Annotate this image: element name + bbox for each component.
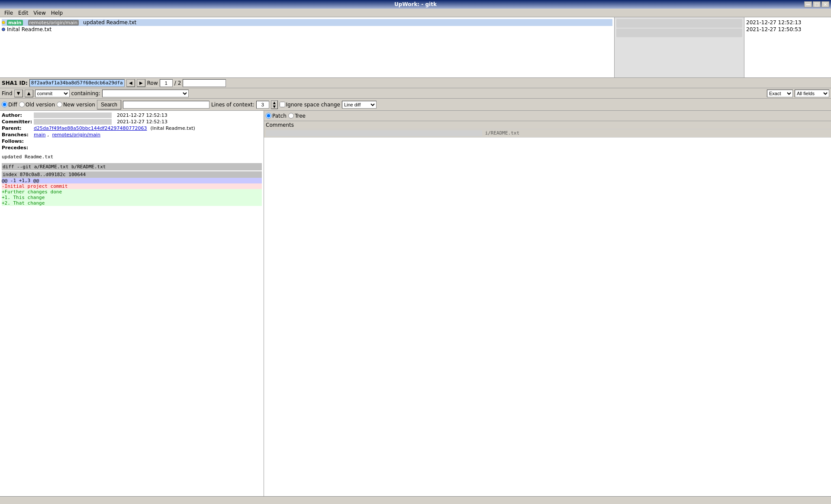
find-type-select[interactable]: commit [35,90,70,97]
commit-author-area [615,17,744,77]
menu-help[interactable]: Help [48,10,65,16]
commit-list[interactable]: main remotes/origin/main updated Readme.… [0,17,615,77]
diff-added-line-3: +2. That change [2,200,262,206]
branches-label: Branches: [2,132,32,138]
ignore-space-checkbox[interactable] [280,102,285,107]
commit-dot-1 [2,21,5,24]
diff-added-line-1: +Further changes done [2,189,262,195]
old-version-label: Old version [26,102,55,108]
ignore-space-label[interactable]: Ignore space change [280,102,340,108]
diff-radio[interactable] [2,102,7,107]
author-value-blurred [34,112,112,118]
committer-label: Committer: [2,119,32,125]
commit-message-1: updated Readme.txt [83,19,136,26]
right-content[interactable] [264,138,831,496]
commit-row-2[interactable]: Inital Readme.txt [2,26,612,33]
lines-input[interactable] [256,101,269,109]
menu-view[interactable]: View [31,10,48,16]
diff-type-select[interactable]: Line diff [342,101,377,109]
find-label: Find [2,90,13,96]
tree-tab-label[interactable]: Tree [288,113,306,119]
sha-row: SHA1 ID: ◀ ▶ Row / 2 [0,78,831,88]
commit-dot-2 [2,28,5,31]
find-down-button[interactable]: ▼ [14,90,23,97]
author-row: Author: 2021-12-27 12:52:13 [2,112,262,118]
title-bar: UpWork: - gitk — □ ✕ [0,0,831,9]
comments-section: Comments [264,121,831,129]
file-path-suffix: i/README.txt [485,130,519,136]
diff-label: Diff [8,102,17,108]
find-text-select[interactable] [102,90,189,97]
lines-up-button[interactable]: ▲ [271,101,277,105]
branches-row: Branches: main, remotes/origin/main [2,132,262,138]
branch-main-link[interactable]: main [34,132,45,138]
right-tabs: Patch Tree [264,111,831,121]
lines-down-button[interactable]: ▼ [271,105,277,109]
sha-input[interactable] [29,79,125,87]
fields-select[interactable]: All fields [795,90,829,97]
committer-date: 2021-12-27 12:52:13 [117,119,167,125]
author-blurred-2 [616,29,742,37]
diff-content[interactable]: Author: 2021-12-27 12:52:13 Committer: 2… [0,111,264,496]
menu-bar: File Edit View Help [0,9,831,17]
file-path-blurred [266,130,482,136]
search-button[interactable]: Search [97,100,121,109]
new-version-radio-label[interactable]: New version [57,102,95,108]
sha-label: SHA1 ID: [2,80,28,86]
status-bar [0,496,831,504]
title-bar-buttons[interactable]: — □ ✕ [804,1,829,7]
nav-back-button[interactable]: ◀ [126,79,135,87]
author-date: 2021-12-27 12:52:13 [117,112,167,118]
lines-spinner[interactable]: ▲ ▼ [271,100,278,109]
row-total: 2 [178,80,181,86]
diff-radio-label[interactable]: Diff [2,102,17,108]
parent-label: Parent: [2,125,32,131]
search-text-input[interactable] [123,101,209,109]
tree-radio[interactable] [288,113,294,119]
commit-date-2: 2021-12-27 12:50:53 [746,26,829,33]
commit-date-area: 2021-12-27 12:52:13 2021-12-27 12:50:53 [744,17,831,77]
row-input[interactable] [160,79,173,87]
precedes-label: Precedes: [2,145,32,151]
author-blurred-1 [616,19,742,28]
diff-panel: Author: 2021-12-27 12:52:13 Committer: 2… [0,111,264,496]
branch-tag-remote: remotes/origin/main [28,20,79,26]
patch-radio[interactable] [266,113,271,119]
lines-of-context-label: Lines of context: [211,102,254,108]
nav-forward-button[interactable]: ▶ [137,79,145,87]
find-up-button[interactable]: ▲ [25,90,33,97]
new-version-radio[interactable] [57,102,62,107]
maximize-button[interactable]: □ [813,1,821,7]
commit-message-box: updated Readme.txt [2,154,262,160]
close-button[interactable]: ✕ [821,1,829,7]
bottom-area: Author: 2021-12-27 12:52:13 Committer: 2… [0,111,831,496]
ignore-space-text: Ignore space change [286,102,340,108]
menu-file[interactable]: File [2,10,16,16]
window-title: UpWork: - gitk [394,1,437,7]
branch-remote-link[interactable]: remotes/origin/main [52,132,100,138]
diff-hunk-line: @@ -1 +1,3 @@ [2,178,262,183]
diff-code: index 870c0a8..d09182c 100644 @@ -1 +1,3… [2,171,262,206]
precedes-row: Precedes: [2,145,262,151]
patch-label: Patch [272,113,287,119]
old-version-radio-label[interactable]: Old version [19,102,55,108]
row-label: Row [147,80,158,86]
commit-date-1: 2021-12-27 12:52:13 [746,19,829,26]
branch-tag-main: main [7,20,23,26]
diff-file-header: diff --git a/README.txt b/README.txt [3,164,106,170]
commit-message-text: updated Readme.txt [2,154,53,160]
commit-info: Author: 2021-12-27 12:52:13 Committer: 2… [2,112,262,151]
patch-tab-label[interactable]: Patch [266,113,287,119]
search-row: Diff Old version New version Search Line… [0,99,831,111]
old-version-radio[interactable] [19,102,25,107]
commit-area: main remotes/origin/main updated Readme.… [0,17,831,78]
containing-label: containing: [71,90,100,96]
commit-row-1[interactable]: main remotes/origin/main updated Readme.… [2,19,612,26]
exact-select[interactable]: Exact [767,90,793,97]
parent-hash-link[interactable]: d25da7f49fae88a50bbc144df24297480772063 [34,125,147,131]
committer-row: Committer: 2021-12-27 12:52:13 [2,119,262,125]
menu-edit[interactable]: Edit [16,10,31,16]
commit-message-2: Inital Readme.txt [7,26,52,32]
minimize-button[interactable]: — [804,1,812,7]
diff-removed-line: -Initial project commit [2,183,262,189]
